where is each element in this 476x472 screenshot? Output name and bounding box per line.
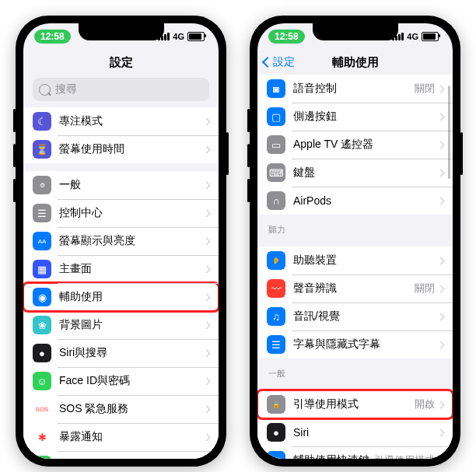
chevron-right-icon [437, 257, 445, 264]
page-title: 設定 [110, 55, 133, 70]
phone-frame-left: 12:58 4G 設定 搜尋 ☾專注模式⏳螢幕使用時間⚙︎一般☰控制中心AA螢幕… [16, 16, 226, 467]
settings-row[interactable]: ▢側邊按鈕 [257, 103, 453, 131]
battery-icon: ▮ [33, 456, 51, 459]
home-icon: ▦ [33, 260, 51, 278]
settings-row[interactable]: ♫音訊/視覺 [257, 302, 453, 330]
settings-row[interactable]: ✱暴露通知 [23, 423, 219, 451]
status-time: 12:58 [268, 30, 305, 44]
settings-row[interactable]: ∩AirPods [257, 187, 453, 215]
settings-group: 👂助聽裝置〰聲音辨識關閉♫音訊/視覺☰字幕與隱藏式字幕 [257, 246, 453, 358]
airpods-icon: ∩ [267, 191, 285, 210]
chevron-right-icon [437, 113, 445, 121]
network-label: 4G [407, 32, 418, 41]
settings-group: ◙語音控制關閉▢側邊按鈕▭Apple TV 遙控器⌨鍵盤∩AirPods [257, 75, 453, 215]
chevron-right-icon [437, 313, 445, 320]
settings-row[interactable]: 〰聲音辨識關閉 [257, 274, 453, 302]
row-label: 助聽裝置 [293, 253, 438, 267]
settings-row[interactable]: ◉輔助使用快速鍵引導使用模式 [257, 446, 453, 459]
hourglass-icon: ⏳ [33, 140, 51, 159]
settings-row[interactable]: SOSSOS 緊急服務 [23, 395, 219, 423]
settings-row[interactable]: ☺Face ID與密碼 [23, 367, 219, 395]
voice-control-icon: ◙ [267, 79, 285, 98]
gear-icon: ⚙︎ [33, 176, 51, 194]
phone-frame-right: 12:58 4G 設定 輔助使用 ◙語音控制關閉▢側邊按鈕▭Apple TV 遙… [250, 16, 460, 467]
row-label: 螢幕使用時間 [59, 142, 204, 156]
keyboard-icon: ⌨ [267, 163, 285, 182]
settings-row[interactable]: AA螢幕顯示與亮度 [23, 227, 219, 255]
subtitle-icon: ☰ [267, 335, 285, 354]
chevron-right-icon [203, 181, 211, 189]
scrollbar[interactable] [448, 86, 450, 179]
faceid-icon: ☺ [33, 372, 51, 390]
settings-group: ⚙︎一般☰控制中心AA螢幕顯示與亮度▦主畫面◉輔助使用❀背景圖片●Siri與搜尋… [23, 171, 219, 459]
chevron-right-icon [203, 145, 211, 153]
chevron-right-icon [437, 400, 445, 408]
network-label: 4G [173, 32, 184, 41]
settings-row[interactable]: ●Siri與搜尋 [23, 339, 219, 367]
audio-visual-icon: ♫ [267, 307, 285, 326]
hearing-icon: 👂 [267, 251, 285, 270]
row-label: SOS 緊急服務 [59, 402, 204, 416]
nav-bar: 設定 輔助使用 [257, 50, 453, 75]
wallpaper-icon: ❀ [33, 316, 51, 334]
chevron-right-icon [437, 141, 445, 149]
search-input[interactable]: 搜尋 [33, 78, 209, 101]
row-label: 輔助使用 [59, 290, 204, 304]
chevron-right-icon [437, 169, 445, 177]
row-label: 背景圖片 [59, 318, 204, 332]
content-area[interactable]: 搜尋 ☾專注模式⏳螢幕使用時間⚙︎一般☰控制中心AA螢幕顯示與亮度▦主畫面◉輔助… [23, 75, 219, 459]
chevron-right-icon [437, 456, 445, 459]
row-detail: 開啟 [415, 397, 435, 411]
section-header: 一般 [257, 358, 453, 383]
chevron-right-icon [203, 237, 211, 245]
settings-row[interactable]: ☾專注模式 [23, 107, 219, 135]
chevron-right-icon [203, 209, 211, 217]
settings-row[interactable]: ☰控制中心 [23, 199, 219, 227]
back-button[interactable]: 設定 [264, 50, 295, 75]
settings-row[interactable]: ⌨鍵盤 [257, 159, 453, 187]
screen: 12:58 4G 設定 輔助使用 ◙語音控制關閉▢側邊按鈕▭Apple TV 遙… [257, 23, 453, 459]
section-header: 聽力 [257, 215, 453, 239]
row-label: 專注模式 [59, 114, 204, 128]
settings-row[interactable]: ▭Apple TV 遙控器 [257, 131, 453, 159]
chevron-right-icon [203, 293, 211, 301]
exposure-icon: ✱ [33, 428, 51, 446]
appletv-icon: ▭ [267, 135, 285, 154]
control-center-icon: ☰ [33, 204, 51, 222]
row-label: AirPods [293, 194, 438, 207]
search-placeholder: 搜尋 [55, 82, 77, 96]
chevron-right-icon [437, 285, 445, 292]
chevron-right-icon [203, 265, 211, 273]
chevron-right-icon [203, 405, 211, 413]
row-label: 鍵盤 [293, 166, 438, 180]
chevron-right-icon [203, 321, 211, 329]
settings-row[interactable]: ▮電池 [23, 451, 219, 459]
content-area[interactable]: ◙語音控制關閉▢側邊按鈕▭Apple TV 遙控器⌨鍵盤∩AirPods聽力👂助… [257, 75, 453, 459]
settings-row[interactable]: ◙語音控制關閉 [257, 75, 453, 103]
row-label: 控制中心 [59, 206, 204, 220]
chevron-right-icon [437, 85, 445, 93]
battery-icon [187, 32, 205, 41]
row-label: Siri [293, 426, 438, 439]
settings-row[interactable]: ●Siri [257, 418, 453, 446]
settings-row[interactable]: ❀背景圖片 [23, 311, 219, 339]
settings-row[interactable]: ▦主畫面 [23, 255, 219, 283]
row-detail: 引導使用模式 [374, 453, 435, 459]
settings-row[interactable]: ◉輔助使用 [23, 283, 219, 311]
row-label: 字幕與隱藏式字幕 [293, 337, 438, 351]
row-label: 暴露通知 [59, 430, 204, 444]
settings-row[interactable]: ☰字幕與隱藏式字幕 [257, 330, 453, 358]
chevron-right-icon [437, 428, 445, 436]
settings-row[interactable]: ⏳螢幕使用時間 [23, 135, 219, 163]
shortcut-icon: ◉ [267, 451, 285, 459]
page-title: 輔助使用 [332, 55, 379, 70]
settings-row[interactable]: ⚙︎一般 [23, 171, 219, 199]
moon-icon: ☾ [33, 112, 51, 131]
settings-row[interactable]: 🔒引導使用模式開啟 [257, 390, 453, 418]
row-label: 一般 [59, 178, 204, 192]
side-button-icon: ▢ [267, 107, 285, 126]
chevron-right-icon [437, 197, 445, 205]
settings-row[interactable]: 👂助聽裝置 [257, 246, 453, 274]
accessibility-icon: ◉ [33, 288, 51, 306]
search-icon [39, 84, 51, 96]
